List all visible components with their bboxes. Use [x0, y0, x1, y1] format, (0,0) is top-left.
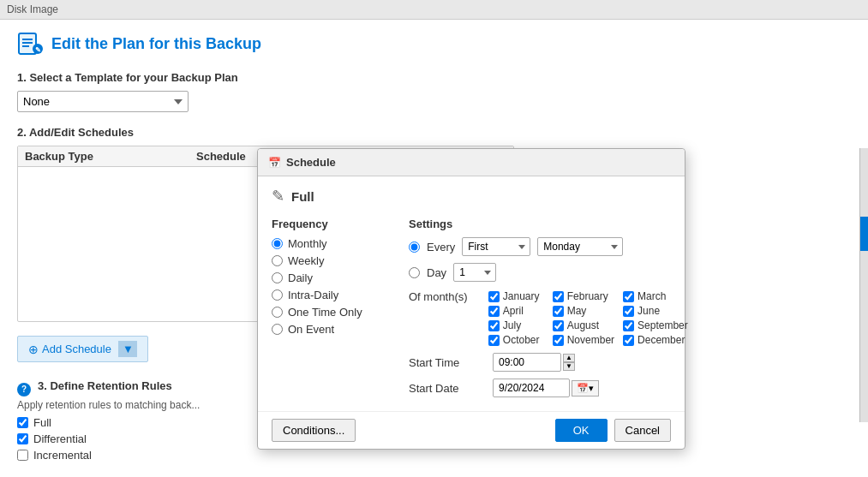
- month-march-cb[interactable]: [623, 291, 634, 302]
- radio-weekly[interactable]: [272, 255, 283, 266]
- page-title: ✎ Edit the Plan for this Backup: [17, 30, 851, 57]
- radio-day[interactable]: [409, 267, 420, 278]
- radio-on-event[interactable]: [272, 324, 283, 335]
- month-august-row: August: [553, 319, 614, 331]
- month-january-cb[interactable]: [488, 291, 500, 302]
- month-october-row: October: [488, 334, 544, 346]
- month-april-cb[interactable]: [488, 306, 500, 317]
- svg-rect-1: [22, 39, 33, 40]
- add-schedule-arrow[interactable]: ▼: [118, 341, 137, 357]
- main-content: ✎ Edit the Plan for this Backup 1. Selec…: [0, 20, 868, 477]
- month-may-cb[interactable]: [553, 306, 564, 317]
- template-dropdown[interactable]: None: [17, 91, 189, 112]
- month-december-row: December: [623, 334, 688, 346]
- radio-daily-label: Daily: [288, 271, 313, 284]
- radio-intra-daily[interactable]: [272, 289, 283, 301]
- modal-footer: Conditions... OK Cancel: [258, 411, 685, 449]
- radio-monthly-row: Monthly: [272, 237, 383, 250]
- start-time-input[interactable]: [493, 353, 561, 372]
- start-date-input[interactable]: [493, 379, 570, 397]
- settings-label: Settings: [409, 218, 688, 230]
- radio-on-event-row: On Event: [272, 323, 383, 336]
- settings-start-time-row: Start Time ▲ ▼: [409, 353, 688, 372]
- settings-start-date-row: Start Date 📅▾: [409, 379, 688, 397]
- frequency-col: Frequency Monthly Weekly Daily: [272, 218, 383, 404]
- add-schedule-button[interactable]: ⊕ Add Schedule ▼: [17, 336, 148, 362]
- modal-header-icon: 📅: [268, 157, 281, 169]
- radio-weekly-row: Weekly: [272, 254, 383, 267]
- settings-ofmonth-row: Of month(s) January February: [409, 289, 688, 346]
- svg-rect-2: [22, 42, 33, 44]
- every-dropdown1[interactable]: First Second Third Fourth Last: [462, 237, 530, 256]
- radio-intra-daily-label: Intra-Daily: [288, 289, 338, 301]
- freq-settings-row: Frequency Monthly Weekly Daily: [272, 218, 671, 404]
- month-july-row: July: [488, 319, 544, 331]
- radio-monthly[interactable]: [272, 238, 283, 249]
- month-october: October: [503, 334, 540, 346]
- cancel-button[interactable]: Cancel: [614, 419, 671, 442]
- section2-label: 2. Add/Edit Schedules: [17, 126, 851, 139]
- frequency-label: Frequency: [272, 218, 383, 230]
- titlebar-text: Disk Image: [7, 3, 58, 15]
- scrollbar-thumb[interactable]: [860, 217, 868, 251]
- footer-right: OK Cancel: [555, 419, 671, 442]
- day-label: Day: [427, 266, 446, 279]
- radio-every[interactable]: [409, 241, 420, 253]
- pencil-icon: ✎: [272, 187, 284, 206]
- month-july-cb[interactable]: [488, 320, 500, 331]
- month-june-row: June: [623, 305, 688, 317]
- start-time-label: Start Time: [409, 356, 486, 369]
- start-time-spinner: ▲ ▼: [493, 353, 575, 372]
- month-september: September: [638, 319, 688, 331]
- month-may-row: May: [553, 305, 614, 317]
- month-september-cb[interactable]: [623, 320, 634, 331]
- month-november: November: [567, 334, 614, 346]
- radio-one-time-row: One Time Only: [272, 306, 383, 319]
- month-september-row: September: [623, 319, 688, 331]
- month-november-cb[interactable]: [553, 335, 564, 346]
- page-title-text: Edit the Plan for this Backup: [51, 35, 261, 53]
- modal-body: ✎ Full Frequency Monthly Weekly: [258, 176, 685, 411]
- month-february-row: February: [553, 290, 614, 302]
- month-june: June: [638, 305, 660, 317]
- day-dropdown[interactable]: 12345: [453, 263, 496, 282]
- calendar-button[interactable]: 📅▾: [572, 380, 599, 397]
- start-time-spinner-btns: ▲ ▼: [563, 354, 575, 371]
- month-june-cb[interactable]: [623, 306, 634, 317]
- settings-col: Settings Every First Second Third Fourth…: [409, 218, 688, 404]
- month-march-row: March: [623, 290, 688, 302]
- start-time-down[interactable]: ▼: [563, 362, 575, 371]
- month-february-cb[interactable]: [553, 291, 564, 302]
- ok-button[interactable]: OK: [555, 419, 608, 442]
- start-date-label: Start Date: [409, 382, 486, 395]
- checkbox-differential-label: Differential: [33, 432, 87, 445]
- month-december: December: [638, 334, 685, 346]
- month-may: May: [567, 305, 587, 317]
- month-august-cb[interactable]: [553, 320, 564, 331]
- help-icon: ?: [17, 383, 31, 397]
- month-february: February: [567, 290, 608, 302]
- section3-label: 3. Define Retention Rules: [38, 379, 172, 392]
- checkbox-differential[interactable]: [17, 433, 28, 444]
- svg-text:✎: ✎: [35, 46, 41, 54]
- radio-daily[interactable]: [272, 272, 283, 283]
- modal-header-title: Schedule: [286, 156, 336, 169]
- start-date-wrap: 📅▾: [493, 379, 599, 397]
- scrollbar[interactable]: [859, 148, 868, 422]
- modal-header: 📅 Schedule: [258, 149, 685, 176]
- month-march: March: [638, 290, 666, 302]
- month-november-row: November: [553, 334, 614, 346]
- every-dropdown2[interactable]: Monday Tuesday Wednesday Thursday Friday…: [537, 237, 623, 256]
- month-october-cb[interactable]: [488, 335, 500, 346]
- radio-monthly-label: Monthly: [288, 237, 327, 250]
- every-label: Every: [427, 241, 455, 253]
- checkbox-full[interactable]: [17, 417, 28, 428]
- checkbox-incremental-label: Incremental: [33, 449, 92, 462]
- month-july: July: [503, 319, 521, 331]
- settings-day-row: Day 12345: [409, 263, 688, 282]
- radio-one-time[interactable]: [272, 307, 283, 318]
- start-time-up[interactable]: ▲: [563, 354, 575, 362]
- checkbox-incremental[interactable]: [17, 450, 28, 461]
- month-december-cb[interactable]: [623, 335, 634, 346]
- conditions-button[interactable]: Conditions...: [272, 419, 356, 442]
